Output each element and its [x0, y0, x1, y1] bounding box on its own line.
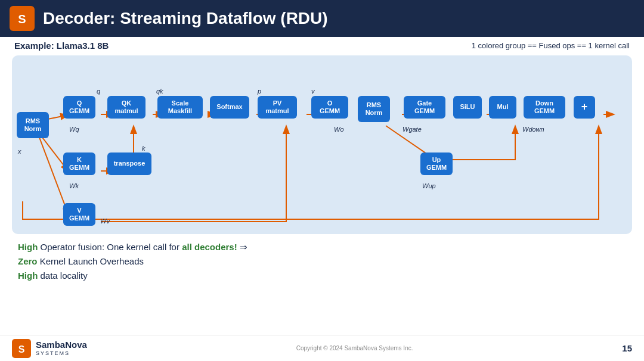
footer-rest-1: Operator fusion: One kernel call for: [41, 242, 182, 252]
label-wq: Wq: [69, 126, 79, 133]
footer-zero: Zero: [18, 256, 38, 266]
footer-arrow-1: ⇒: [240, 242, 247, 252]
brand-sub: SYSTEMS: [36, 350, 87, 356]
label-q: q: [97, 88, 100, 95]
node-plus: +: [574, 96, 595, 119]
label-p: p: [258, 88, 261, 95]
bottom-brand-text: SambaNova SYSTEMS: [36, 340, 87, 356]
svg-line-6: [39, 136, 69, 215]
node-rms-norm-right: RMSNorm: [358, 96, 390, 122]
footer-text: High Operator fusion: One kernel call fo…: [0, 236, 644, 285]
example-label: Example: Llama3.1 8B: [14, 41, 109, 51]
footer-highlight-1: all decoders!: [182, 242, 237, 252]
node-up-gemm: UpGEMM: [420, 153, 453, 175]
node-v-gemm: VGEMM: [63, 203, 95, 226]
bottom-logo-area: S SambaNova SYSTEMS: [12, 339, 87, 358]
page-title: Decoder: Streaming Dataflow (RDU): [43, 9, 328, 28]
node-silu: SiLU: [453, 96, 482, 119]
node-softmax: Softmax: [210, 96, 249, 119]
node-k-gemm: KGEMM: [63, 153, 95, 175]
sambanova-logo-icon: S: [10, 6, 35, 31]
copyright-text: Copyright © 2024 SambaNova Systems Inc.: [296, 345, 413, 351]
node-q-gemm: QGEMM: [63, 96, 95, 119]
header: S Decoder: Streaming Dataflow (RDU): [0, 0, 644, 37]
label-wup: Wup: [422, 182, 436, 189]
label-wgate: Wgate: [402, 126, 422, 133]
label-k: k: [142, 145, 145, 152]
svg-text:S: S: [18, 13, 26, 26]
node-mul: Mul: [489, 96, 516, 119]
node-down-gemm: DownGEMM: [524, 96, 565, 119]
label-wk: Wk: [69, 182, 79, 189]
footer-high-1: High: [18, 242, 38, 252]
diagram-area: RMSNorm QGEMM KGEMM VGEMM QKmatmul trans…: [12, 55, 632, 234]
label-v: v: [311, 88, 315, 95]
brand-name: SambaNova: [36, 340, 87, 350]
diagram-arrows: [12, 55, 632, 234]
footer-rest-2: Kernel Launch Overheads: [40, 256, 144, 266]
footer-rest-3: data locality: [41, 270, 88, 281]
node-rms-norm-left: RMSNorm: [17, 112, 49, 138]
footer-high-3: High: [18, 270, 38, 281]
footer-line-3: High data locality: [18, 269, 626, 283]
node-o-gemm: OGEMM: [311, 96, 348, 119]
page-number: 15: [622, 343, 632, 353]
node-qk-matmul: QKmatmul: [107, 96, 145, 119]
sambanova-bottom-logo-icon: S: [12, 339, 31, 358]
node-pv-matmul: PVmatmul: [258, 96, 297, 119]
bottom-bar: S SambaNova SYSTEMS Copyright © 2024 Sam…: [0, 335, 644, 361]
label-wo: Wo: [334, 126, 344, 133]
label-wv: Wv: [100, 217, 110, 225]
label-x: x: [18, 148, 21, 155]
subheader: Example: Llama3.1 8B 1 colored group == …: [0, 37, 644, 53]
svg-text:S: S: [18, 344, 25, 354]
node-scale-maskfill: ScaleMaskfill: [157, 96, 203, 119]
kernel-note: 1 colored group == Fused ops == 1 kernel…: [472, 41, 630, 50]
node-gate-gemm: GateGEMM: [404, 96, 445, 119]
label-qk: qk: [156, 88, 163, 95]
footer-line-2: Zero Kernel Launch Overheads: [18, 254, 626, 269]
label-wdown: Wdown: [522, 126, 544, 133]
node-transpose: transpose: [107, 153, 151, 175]
footer-line-1: High Operator fusion: One kernel call fo…: [18, 240, 626, 254]
